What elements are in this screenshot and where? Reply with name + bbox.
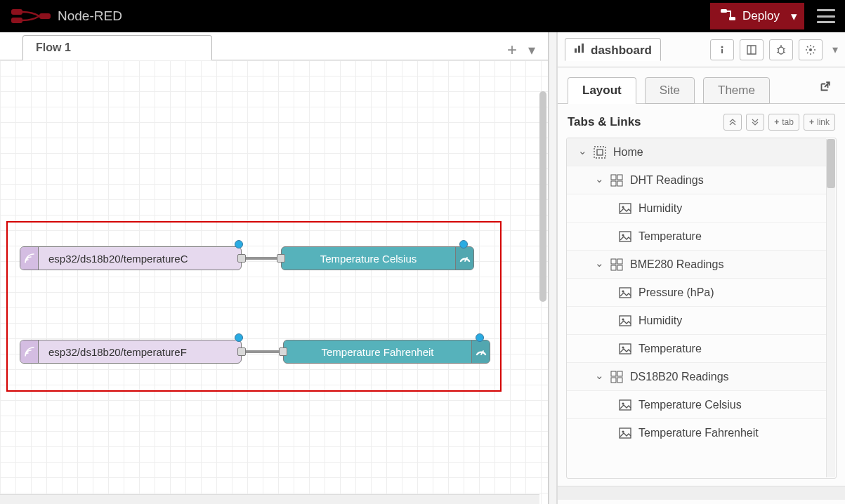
tree-scrollbar[interactable]	[826, 139, 835, 477]
svg-rect-42	[617, 378, 622, 383]
dashboard-icon	[574, 43, 585, 58]
app-title: Node-RED	[58, 8, 122, 24]
sidebar-tab-debug[interactable]	[769, 39, 793, 60]
svg-rect-2	[39, 13, 51, 19]
svg-rect-31	[611, 265, 616, 270]
svg-rect-1	[11, 18, 22, 23]
svg-rect-20	[597, 150, 603, 155]
open-dashboard-icon[interactable]	[818, 81, 835, 98]
tab-icon	[594, 146, 606, 159]
svg-point-28	[622, 234, 624, 236]
tree-widget[interactable]: Humidity	[567, 307, 826, 335]
selection-highlight	[6, 221, 502, 392]
svg-rect-21	[611, 175, 616, 180]
workspace-tab-label: Flow 1	[36, 41, 71, 54]
tree-tab-home[interactable]: Home	[567, 138, 826, 166]
mini-btn-label: link	[817, 117, 830, 127]
svg-rect-32	[617, 265, 622, 270]
image-icon	[619, 427, 631, 439]
tree-widget[interactable]: Pressure (hPa)	[567, 279, 826, 307]
svg-point-36	[622, 318, 624, 320]
chevron-down-icon	[595, 258, 603, 271]
collapse-all-button[interactable]	[723, 114, 742, 131]
image-icon	[619, 314, 631, 327]
add-tab-button[interactable]: +tab	[768, 114, 799, 131]
tree-widget[interactable]: Humidity	[567, 194, 826, 223]
sidebar-splitter[interactable]	[549, 32, 557, 504]
sidebar: dashboard Layout Site Theme	[557, 32, 845, 504]
sidebar-panel-tab-dashboard[interactable]: dashboard	[565, 38, 661, 61]
flow-list-dropdown[interactable]	[528, 41, 535, 58]
tree-label: Temperature Fahrenheit	[638, 427, 759, 439]
tree-group[interactable]: DHT Readings	[567, 166, 826, 194]
grid-icon	[610, 371, 623, 383]
tree-group[interactable]: DS18B20 Readings	[567, 363, 826, 391]
tree-label: Temperature	[638, 343, 702, 355]
svg-rect-40	[617, 371, 622, 376]
tab-label: Layout	[582, 84, 622, 98]
chevron-down-icon	[595, 371, 603, 383]
image-icon	[619, 230, 631, 243]
tabs-links-heading: Tabs & Links	[568, 115, 719, 129]
add-link-button[interactable]: +link	[804, 114, 835, 131]
workspace-tab-flow1[interactable]: Flow 1	[22, 35, 212, 60]
svg-rect-41	[611, 378, 616, 383]
sidebar-tab-config[interactable]	[799, 39, 823, 60]
svg-rect-22	[617, 175, 622, 180]
workspace: Flow 1 + esp32/ds18b20/temperatureC	[0, 32, 549, 504]
canvas-scrollbar-horizontal[interactable]	[0, 494, 539, 504]
tree-widget[interactable]: Temperature Fahrenheit	[567, 419, 826, 447]
tree-widget[interactable]: Temperature	[567, 223, 826, 251]
deploy-caret-icon	[791, 9, 797, 24]
tab-theme[interactable]: Theme	[703, 77, 770, 104]
svg-point-18	[809, 48, 812, 51]
svg-rect-27	[620, 232, 631, 241]
image-icon	[619, 202, 631, 215]
expand-all-button[interactable]	[746, 114, 764, 131]
dashboard-subtabs: Layout Site Theme	[558, 67, 845, 104]
main-menu-button[interactable]	[817, 9, 835, 23]
sidebar-footer	[558, 486, 845, 500]
tree-label: BME280 Readings	[630, 258, 723, 271]
sidebar-header: dashboard	[558, 32, 845, 67]
svg-rect-33	[620, 288, 631, 298]
sidebar-tab-help[interactable]	[740, 39, 764, 60]
tree-label: Humidity	[638, 202, 682, 215]
svg-point-12	[778, 47, 784, 54]
tree-label: Humidity	[638, 314, 682, 327]
app-header: Node-RED Deploy	[0, 0, 845, 32]
tree-widget[interactable]: Temperature	[567, 335, 826, 363]
tab-layout[interactable]: Layout	[568, 77, 636, 104]
image-icon	[619, 343, 631, 355]
deploy-button[interactable]: Deploy	[710, 3, 804, 29]
tree-widget[interactable]: Temperature Celsius	[567, 391, 826, 419]
svg-rect-37	[620, 344, 631, 354]
chevron-down-icon	[595, 174, 603, 187]
svg-rect-29	[611, 259, 616, 264]
dashboard-tree: Home DHT Readings Humidity Temperature	[567, 138, 836, 447]
deploy-button-label: Deploy	[742, 9, 780, 23]
svg-rect-23	[611, 181, 616, 186]
sidebar-tab-info[interactable]	[710, 39, 734, 60]
tab-label: Site	[660, 84, 680, 98]
tree-label: Temperature Celsius	[638, 399, 742, 411]
app-logo: Node-RED	[11, 8, 122, 24]
svg-point-26	[622, 206, 624, 208]
tree-label: Temperature	[638, 230, 702, 243]
svg-rect-3	[721, 9, 727, 13]
svg-rect-11	[721, 49, 723, 53]
svg-point-34	[622, 290, 624, 292]
tree-label: DHT Readings	[630, 174, 704, 187]
sidebar-more-dropdown[interactable]	[832, 43, 838, 56]
grid-icon	[610, 174, 623, 187]
tree-group[interactable]: BME280 Readings	[567, 251, 826, 279]
svg-rect-30	[617, 259, 622, 264]
tree-label: Pressure (hPa)	[638, 286, 714, 299]
canvas-scrollbar-vertical[interactable]	[539, 91, 546, 302]
svg-rect-19	[594, 147, 605, 158]
sidebar-panel-label: dashboard	[591, 44, 652, 58]
svg-rect-9	[582, 44, 584, 53]
svg-rect-0	[11, 9, 22, 15]
tab-site[interactable]: Site	[645, 77, 695, 104]
add-flow-button[interactable]: +	[507, 40, 517, 60]
